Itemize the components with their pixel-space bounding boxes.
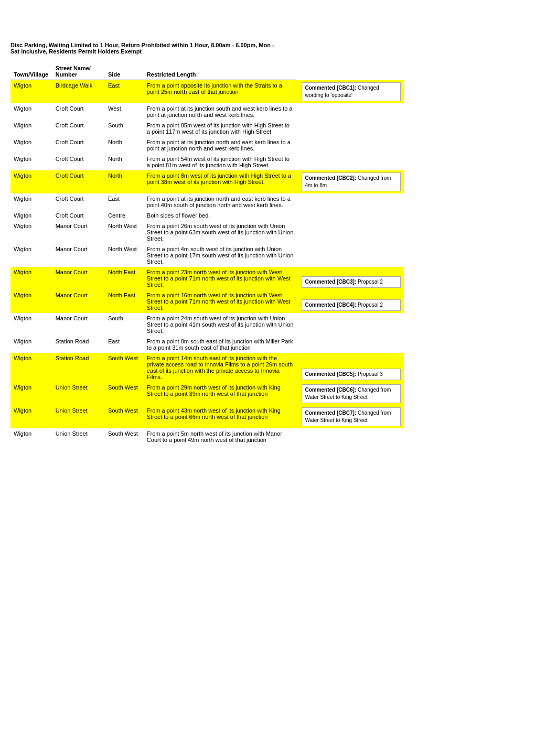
table-row: WigtonManor CourtNorth EastFrom a point … xyxy=(10,267,404,290)
comment-CBC6: Commented [CBC6]: Changed from Water Str… xyxy=(296,382,404,405)
table-row: WigtonManor CourtNorth WestFrom a point … xyxy=(10,244,404,267)
cell-side: East xyxy=(105,193,144,210)
cell-restricted: From a point at its junction north and e… xyxy=(144,137,297,154)
page-wrapper: Disc Parking, Waiting Limited to 1 Hour,… xyxy=(10,42,525,445)
cell-side: North East xyxy=(105,290,144,313)
cell-street: Manor Court xyxy=(52,244,105,267)
table-row: WigtonCroft CourtEastFrom a point at its… xyxy=(10,193,404,210)
comment-CBC2: Commented [CBC2]: Changed from 4m to 8m xyxy=(296,170,404,193)
cell-side: West xyxy=(105,103,144,120)
cell-side: North East xyxy=(105,267,144,290)
col-header-restricted: Restricted Length xyxy=(144,63,297,80)
cell-side: North xyxy=(105,154,144,170)
cell-restricted: From a point 43m north west of its junct… xyxy=(144,405,297,428)
cell-street: Birdcage Walk xyxy=(52,80,105,103)
cell-street: Manor Court xyxy=(52,290,105,313)
comment-CBC1: Commented [CBC1]: Changed wording to 'op… xyxy=(296,80,404,103)
cell-town: Wigton xyxy=(10,80,52,103)
cell-town: Wigton xyxy=(10,137,52,154)
cell-street: Croft Court xyxy=(52,170,105,193)
cell-restricted: From a point 29m north west of its junct… xyxy=(144,382,297,405)
col-header-town: Town/Village xyxy=(10,63,52,80)
table-row: WigtonManor CourtSouthFrom a point 24m s… xyxy=(10,313,404,336)
cell-side: South West xyxy=(105,353,144,382)
table-row: WigtonCroft CourtNorthFrom a point 54m w… xyxy=(10,154,404,170)
comment-CBC3: Commented [CBC3]: Proposal 2 xyxy=(296,267,404,290)
cell-restricted: From a point 4m south west of its juncti… xyxy=(144,244,297,267)
cell-town: Wigton xyxy=(10,353,52,382)
cell-side: South xyxy=(105,313,144,336)
cell-street: Station Road xyxy=(52,353,105,382)
cell-town: Wigton xyxy=(10,210,52,221)
table-row: WigtonStation RoadSouth WestFrom a point… xyxy=(10,353,404,382)
cell-street: Manor Court xyxy=(52,267,105,290)
table-row: WigtonBirdcage WalkEastFrom a point oppo… xyxy=(10,80,404,103)
table-row: WigtonManor CourtNorth WestFrom a point … xyxy=(10,221,404,244)
cell-restricted: From a point 85m west of its junction wi… xyxy=(144,120,297,137)
cell-restricted: From a point 14m south east of its junct… xyxy=(144,353,297,382)
table-row: WigtonUnion StreetSouth WestFrom a point… xyxy=(10,382,404,405)
cell-town: Wigton xyxy=(10,313,52,336)
table-row: WigtonCroft CourtSouthFrom a point 85m w… xyxy=(10,120,404,137)
cell-restricted: From a point 8m west of its junction wit… xyxy=(144,170,297,193)
cell-street: Manor Court xyxy=(52,313,105,336)
cell-town: Wigton xyxy=(10,154,52,170)
cell-town: Wigton xyxy=(10,336,52,353)
cell-town: Wigton xyxy=(10,405,52,428)
cell-street: Union Street xyxy=(52,405,105,428)
cell-side: East xyxy=(105,336,144,353)
table-row: WigtonCroft CourtCentreBoth sides of flo… xyxy=(10,210,404,221)
table-row: WigtonStation RoadEastFrom a point 8m so… xyxy=(10,336,404,353)
cell-town: Wigton xyxy=(10,170,52,193)
comment-CBC7: Commented [CBC7]: Changed from Water Str… xyxy=(296,405,404,428)
cell-restricted: From a point 24m south west of its junct… xyxy=(144,313,297,336)
cell-town: Wigton xyxy=(10,221,52,244)
cell-side: South West xyxy=(105,405,144,428)
cell-side: South West xyxy=(105,428,144,445)
cell-side: South xyxy=(105,120,144,137)
cell-restricted: From a point 8m south east of its juncti… xyxy=(144,336,297,353)
cell-restricted: From a point at its junction north and e… xyxy=(144,193,297,210)
header-section: Disc Parking, Waiting Limited to 1 Hour,… xyxy=(10,42,525,55)
cell-town: Wigton xyxy=(10,428,52,445)
cell-restricted: From a point 16m north west of its junct… xyxy=(144,290,297,313)
cell-side: South West xyxy=(105,382,144,405)
table-row: WigtonManor CourtNorth EastFrom a point … xyxy=(10,290,404,313)
comment-CBC5: Commented [CBC5]: Proposal 3 xyxy=(296,353,404,382)
table-row: WigtonUnion StreetSouth WestFrom a point… xyxy=(10,428,404,445)
cell-restricted: From a point at its junction south and w… xyxy=(144,103,297,120)
cell-street: Union Street xyxy=(52,382,105,405)
cell-restricted: From a point 23m north west of its junct… xyxy=(144,267,297,290)
main-table: Town/Village Street Name/Number Side Res… xyxy=(10,63,404,445)
cell-street: Croft Court xyxy=(52,154,105,170)
cell-side: Centre xyxy=(105,210,144,221)
table-row: WigtonCroft CourtWestFrom a point at its… xyxy=(10,103,404,120)
table-row: WigtonCroft CourtNorthFrom a point at it… xyxy=(10,137,404,154)
cell-restricted: From a point opposite its junction with … xyxy=(144,80,297,103)
cell-street: Manor Court xyxy=(52,221,105,244)
cell-street: Croft Court xyxy=(52,137,105,154)
table-row: WigtonUnion StreetSouth WestFrom a point… xyxy=(10,405,404,428)
cell-side: North West xyxy=(105,221,144,244)
cell-town: Wigton xyxy=(10,290,52,313)
header-description: Disc Parking, Waiting Limited to 1 Hour,… xyxy=(10,42,525,55)
cell-town: Wigton xyxy=(10,103,52,120)
cell-street: Station Road xyxy=(52,336,105,353)
cell-restricted: From a point 54m west of its junction wi… xyxy=(144,154,297,170)
content-area: Town/Village Street Name/Number Side Res… xyxy=(10,63,525,445)
cell-side: East xyxy=(105,80,144,103)
cell-town: Wigton xyxy=(10,193,52,210)
cell-town: Wigton xyxy=(10,244,52,267)
cell-side: North xyxy=(105,137,144,154)
cell-side: North West xyxy=(105,244,144,267)
cell-street: Croft Court xyxy=(52,193,105,210)
cell-town: Wigton xyxy=(10,120,52,137)
col-header-side: Side xyxy=(105,63,144,80)
cell-town: Wigton xyxy=(10,267,52,290)
table-row: WigtonCroft CourtNorthFrom a point 8m we… xyxy=(10,170,404,193)
cell-street: Union Street xyxy=(52,428,105,445)
col-header-street: Street Name/Number xyxy=(52,63,105,80)
cell-street: Croft Court xyxy=(52,210,105,221)
cell-side: North xyxy=(105,170,144,193)
cell-town: Wigton xyxy=(10,382,52,405)
